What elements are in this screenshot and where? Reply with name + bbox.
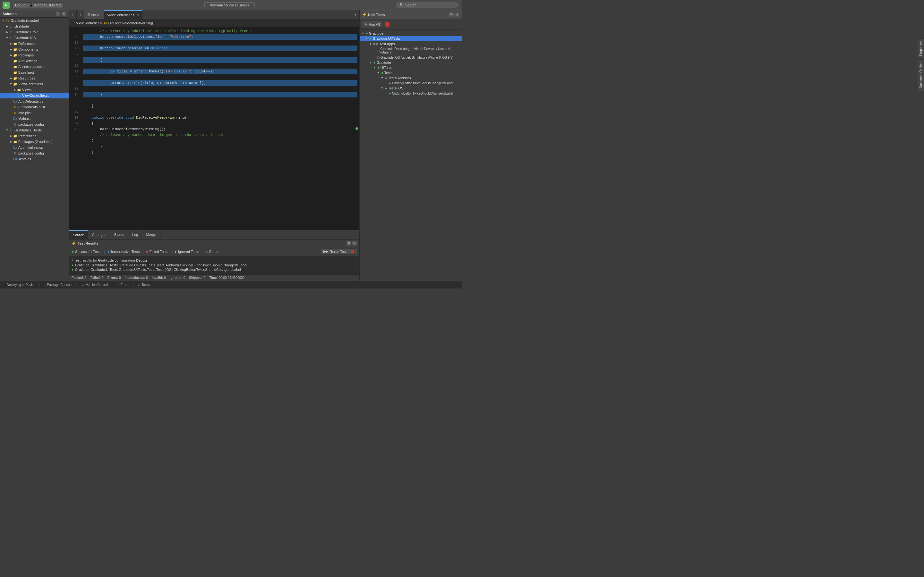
errors-btn[interactable]: ⚠ Errors [116,283,129,287]
ut-clicking-ios[interactable]: ● ClickingButtonTwiceShouldChangeItsLabe… [360,91,462,96]
source-tabs: Source Changes Blame Log Merge [69,230,359,239]
ut-gratitude-uitests[interactable]: ▼ ● Gratitude.UITests [360,36,462,41]
expand-arrow: ▶ [9,48,13,51]
tree-item[interactable]: ▼ ⬡ Gratitude (master) [0,18,69,23]
folder-icon: 📁 [13,59,17,63]
source-tab-blame[interactable]: Blame [110,230,128,239]
source-tab-merge[interactable]: Merge [142,230,160,239]
info-text: Test results for Gratitude configuration… [74,258,147,262]
tree-item[interactable]: C# AppDelegate.cs [0,98,69,104]
tree-item[interactable]: C# Main.cs [0,116,69,121]
run-bar: ▶ Run All [360,19,462,29]
tree-item[interactable]: ▶ 📁 Components [0,47,69,52]
tree-item[interactable]: ▶ □ Gratitude [0,23,69,29]
tree-item[interactable]: 📁 AppSettings [0,58,69,64]
tree-item[interactable]: C# AppInitializer.cs [0,145,69,150]
code-content: 23 24 25 26 27 28 29 30 31 32 33 34 35 3… [69,27,359,230]
tree-item[interactable]: ▶ 📁 Packages [0,52,69,58]
tree-item[interactable]: 📁 Assets.xcassets [0,64,69,69]
expand-arrow: ▶ [5,25,9,28]
package-console-btn[interactable]: □ Package Console [44,283,72,287]
tree-item[interactable]: ▼ □ Gratitude.iOS [0,35,69,41]
debug-label: Debug [15,3,25,7]
inconclusive-icon: ● [107,250,110,254]
filter-failed[interactable]: ● Failed Tests [146,250,168,254]
tab-overflow-btn[interactable]: ▼ [352,10,359,19]
breadcrumb-sep: ▶ [100,21,103,25]
tree-item[interactable]: ▼ 📁 ViewControllers [0,81,69,87]
folder-icon: 📁 [13,47,17,52]
ut-close-btn[interactable]: ✕ [455,13,459,17]
filter-inconclusive[interactable]: ● Inconclusive Tests [107,250,140,254]
pass-icon-android: ● [71,263,74,267]
folder-icon: ⬡ [5,18,10,23]
tree-item[interactable]: ⚙ packages.config [0,121,69,127]
code-editor[interactable]: 23 24 25 26 27 28 29 30 31 32 33 34 35 3… [69,27,359,230]
tasks-btn[interactable]: ✓ Tasks [137,283,150,287]
ut-popout-btn[interactable]: ⧉ [449,13,454,17]
ut-clicking-android[interactable]: ● ClickingButtonTwiceShouldChangeItsLabe… [360,81,462,85]
tab-tests-cs[interactable]: Tests.cs [84,10,104,19]
package-console-label: Package Console [47,283,72,287]
stop-btn[interactable] [385,22,389,27]
tree-item[interactable]: ▶ 📁 References [0,41,69,47]
filter-successful[interactable]: ● Successful Tests [71,250,102,254]
run-all-btn[interactable]: ▶ Run All [362,21,383,27]
expand-arrow: ▶ [9,140,13,143]
ut-test-apps[interactable]: ▼ ▶▶ Test Apps [360,41,462,47]
info-icon: ℹ [71,258,73,262]
run-all-label: Run All [368,23,380,26]
tree-item[interactable]: ⚙ Info.plist [0,110,69,116]
tab-close-btn[interactable]: ✕ [136,13,139,17]
ut-tests[interactable]: ▼ ● Tests [360,70,462,75]
ut-label: ClickingButtonTwiceShouldChangeItsLabel [392,81,453,85]
ut-ios-tests[interactable]: ▼ ● Tests(iOS) [360,85,462,91]
ut-gratitude[interactable]: ▼ ● Gratitude [360,31,462,36]
ut-android-tests[interactable]: ▼ ● Tests(Android) [360,75,462,81]
tree-item[interactable]: ▼ □ Gratitude.UITests [0,127,69,133]
ut-droid-target[interactable]: □ Gratitude.Droid (target: Virtual Devic… [360,47,462,55]
tab-next-btn[interactable]: › [77,10,84,19]
tree-item[interactable]: ▶ 📁 References [0,133,69,139]
sidebar-title: Solution [3,12,17,16]
source-tab-changes[interactable]: Changes [88,230,110,239]
search-box[interactable]: 🔍 Search [395,2,459,8]
rerun-tests-btn[interactable]: ▶▶ Rerun Tests [321,249,357,254]
device-icon: □ [377,55,380,59]
tree-item[interactable]: C# ViewController.cs [0,93,69,98]
tree-item[interactable]: C# Tests.cs [0,156,69,162]
unit-tests-title: Unit Tests [368,13,384,17]
ut-uitests[interactable]: ▼ ● UITests [360,65,462,70]
tab-prev-btn[interactable]: ‹ [69,10,77,19]
code-text[interactable]: // Perform any additional setup after lo… [81,27,359,230]
play-button[interactable]: ▶ [3,2,10,9]
tree-item[interactable]: 📁 Base.lproj [0,69,69,75]
tree-item[interactable]: ▶ 📁 Views [0,87,69,93]
source-tab-log[interactable]: Log [128,230,142,239]
expand-arrow: ▶ [13,88,17,91]
tr-close-btn[interactable]: ✕ [352,241,357,245]
tr-popout-btn[interactable]: ⧉ [347,241,351,245]
tab-viewcontroller-cs[interactable]: ViewController.cs ✕ [104,10,142,19]
version-control-btn[interactable]: ⎇ Version Control [81,283,108,287]
sidebar-close-btn[interactable]: ✕ [61,11,66,16]
tree-item[interactable]: ▶ 📁 Resources [0,75,69,81]
config-selector[interactable]: Debug › 📱 iPhone 6 iOS 9.3 [12,2,64,8]
tree-item[interactable]: ▶ □ Gratitude.Droid [0,29,69,35]
filter-ignored[interactable]: ● Ignored Tests [174,250,199,254]
test-results-actions: ⧉ ✕ [347,241,357,245]
pass-icon: ● [385,76,387,80]
tree-item[interactable]: ▶ 📁 Packages (2 updates) [0,139,69,145]
expand-arrow: ▼ [380,76,384,79]
source-tab-source[interactable]: Source [69,230,88,239]
folder-icon: 📁 [13,53,17,57]
filter-output[interactable]: □ Output [205,250,220,254]
tree-item[interactable]: ⚙ packages.config [0,150,69,156]
output-label: Output [209,250,220,253]
sidebar-minimize-btn[interactable]: − [56,11,60,16]
tree-item[interactable]: ⚙ Entitlements.plist [0,104,69,110]
tree-label: Info.plist [18,111,31,115]
ut-gratitude2[interactable]: ▼ ● Gratitude [360,60,462,65]
ut-ios-target[interactable]: □ Gratitude.iOS (target: Simulator / iPh… [360,55,462,60]
expand-arrow: ▼ [373,66,376,69]
